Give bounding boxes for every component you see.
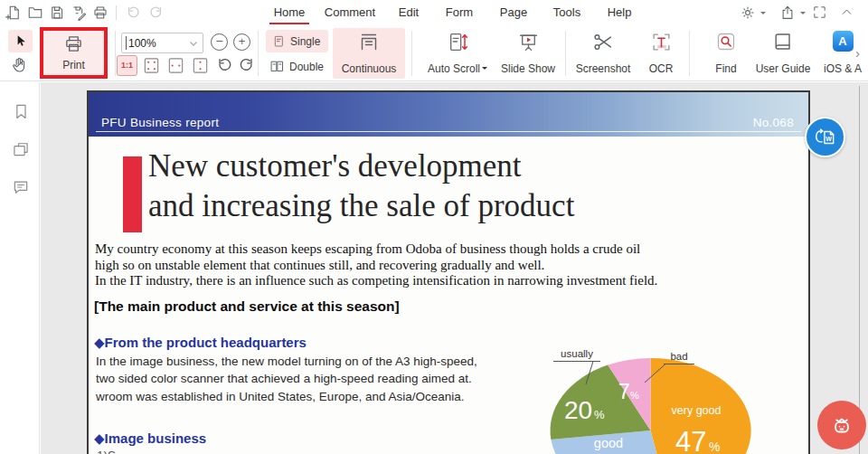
pie-pct-very-good: 47 (675, 426, 706, 454)
chevron-down-icon (189, 41, 198, 47)
divider (565, 31, 566, 76)
caret-down-icon (482, 67, 487, 72)
new-file-icon[interactable] (5, 5, 22, 21)
print-label: Print (62, 59, 85, 71)
product-hq-paragraph: In the image business, the new model tur… (96, 353, 477, 405)
double-view-button[interactable]: Double (266, 55, 331, 78)
scrollbar[interactable] (859, 86, 860, 454)
tab-page[interactable]: Page (495, 0, 532, 24)
book-icon (772, 31, 794, 52)
comments-panel-icon[interactable] (12, 178, 30, 196)
collapse-toolbar-icon[interactable] (839, 5, 855, 21)
menubar: Home Comment Edit Form Page Tools Help (0, 0, 868, 25)
ocr-label: OCR (649, 62, 674, 75)
divider (258, 31, 259, 76)
screenshot-button[interactable]: Screenshot (568, 28, 638, 79)
rotate-left-button[interactable] (215, 56, 233, 74)
print-button[interactable]: Print (40, 27, 108, 79)
tab-edit[interactable]: Edit (392, 0, 425, 24)
tab-comment[interactable]: Comment (318, 0, 382, 24)
quick-print-icon[interactable] (92, 5, 108, 21)
divider (411, 31, 412, 76)
continuous-label: Continuous (342, 62, 397, 75)
double-page-icon (269, 59, 285, 74)
report-banner-title: PFU Business report (101, 116, 219, 129)
fit-width-button[interactable] (166, 56, 185, 75)
document-canvas[interactable]: PFU Business report No.068 New customer'… (41, 82, 868, 454)
user-guide-button[interactable]: User Guide (749, 28, 817, 79)
share-icon[interactable] (779, 5, 807, 21)
title-accent-bar (123, 156, 142, 232)
document-title: New customer's development and increasin… (148, 147, 574, 226)
bookmarks-panel-icon[interactable] (12, 102, 30, 120)
redo-icon[interactable] (148, 5, 165, 21)
document-title-line2: and increasing the sale of product (148, 186, 574, 226)
tab-tools[interactable]: Tools (548, 0, 586, 24)
undo-icon[interactable] (125, 5, 141, 21)
body-line: In the image business, the new model tur… (96, 353, 477, 370)
zoom-out-button[interactable]: − (211, 33, 228, 51)
hand-icon (10, 55, 29, 74)
save-as-icon[interactable] (71, 5, 87, 21)
intro-line: high so on unstable element that continu… (95, 258, 657, 274)
convert-to-word-button[interactable]: W (805, 117, 845, 157)
auto-scroll-label: Auto Scroll (428, 62, 480, 75)
save-icon[interactable] (49, 5, 65, 21)
tab-label: Tools (553, 5, 580, 19)
subheading-image-business: ◆Image business (94, 430, 206, 447)
continuous-view-button[interactable]: Continuous (333, 28, 405, 79)
pie-pct-bad: 7 (618, 380, 630, 403)
pie-callout-usually: usually (561, 348, 593, 359)
zoom-in-button[interactable]: + (233, 33, 250, 51)
tab-label: Page (500, 5, 527, 19)
fullscreen-icon[interactable] (812, 5, 828, 21)
fit-height-button[interactable] (191, 56, 210, 75)
ai-assistant-button[interactable] (817, 401, 866, 449)
scissors-icon (592, 31, 615, 53)
document-title-line1: New customer's development (148, 147, 574, 186)
body-line: wroom was established in United States, … (96, 388, 477, 405)
more-tools-chevron[interactable]: › (855, 45, 860, 61)
user-guide-label: User Guide (756, 62, 811, 75)
slide-show-icon (517, 31, 540, 53)
tab-label: Help (608, 5, 632, 19)
ocr-button[interactable]: OCR (640, 28, 682, 79)
tab-label: Comment (325, 5, 375, 19)
fit-page-button[interactable] (142, 56, 161, 75)
open-file-icon[interactable] (27, 5, 43, 21)
tab-form[interactable]: Form (441, 0, 477, 24)
pie-label-very-good: very good (672, 404, 722, 417)
printer-icon (63, 33, 84, 54)
auto-scroll-icon (447, 31, 469, 53)
ios-android-button[interactable]: A iOS & A (814, 28, 868, 79)
ocr-icon (650, 31, 673, 53)
hand-tool-button[interactable] (10, 55, 32, 77)
continuous-icon (358, 31, 380, 52)
single-view-button[interactable]: Single (266, 30, 328, 52)
robot-icon (828, 411, 855, 439)
zoom-input[interactable]: 100% (121, 33, 203, 53)
rotate-right-button[interactable] (238, 56, 256, 74)
slide-show-label: Slide Show (501, 62, 555, 75)
pdf-reader-window: Home Comment Edit Form Page Tools Help P… (0, 0, 868, 454)
tab-home[interactable]: Home (269, 0, 309, 24)
page-thumbnails-icon[interactable] (12, 140, 30, 158)
tab-label: Form (446, 5, 473, 19)
actual-size-button[interactable]: 1:1 (117, 55, 137, 76)
left-panel-bar (0, 82, 40, 454)
tab-label: Edit (399, 5, 419, 19)
auto-scroll-button[interactable]: Auto Scroll (418, 28, 497, 79)
tab-label: Home (274, 5, 306, 19)
intro-line: My country economy at this season keeps … (95, 241, 657, 258)
single-page-icon (271, 34, 286, 49)
intro-line: In the IT industry, there is an influenc… (95, 273, 657, 289)
svg-text:W: W (826, 135, 832, 141)
find-button[interactable]: Find (707, 28, 745, 79)
slide-show-button[interactable]: Slide Show (497, 28, 559, 79)
select-tool-button[interactable] (8, 30, 33, 52)
toolbar: Print 100% − + 1:1 Single Double (0, 25, 868, 81)
theme-icon[interactable] (740, 5, 767, 21)
tab-help[interactable]: Help (602, 0, 637, 24)
report-banner: PFU Business report No.068 (89, 92, 808, 137)
caret-down-icon (760, 12, 766, 17)
